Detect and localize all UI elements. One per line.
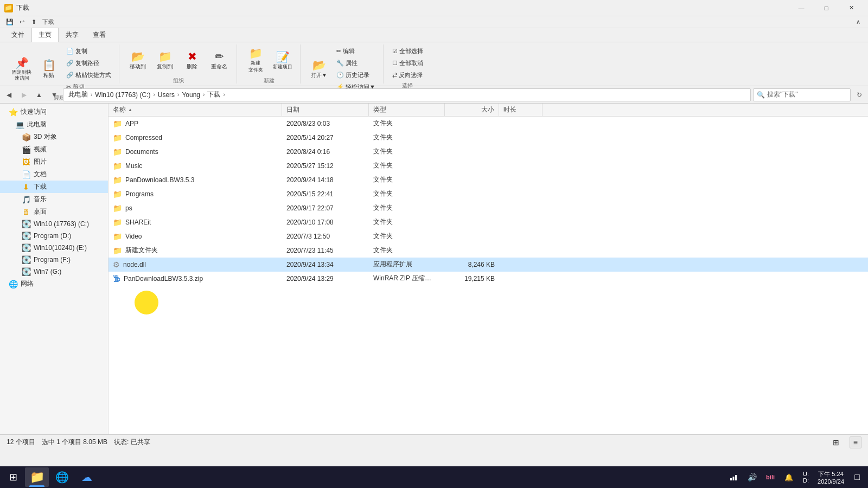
tray-bilibili[interactable]: bili [762,467,779,487]
up-button[interactable]: ▲ [33,88,46,101]
tray-volume-icon[interactable]: 🔊 [743,467,761,487]
sidebar-item-music[interactable]: 🎵 音乐 [0,193,108,206]
sidebar-item-3dobjects[interactable]: 📦 3D 对象 [0,131,108,143]
search-box[interactable]: 🔍 搜索"下载" [753,88,851,101]
cloud-icon: ☁ [81,471,92,484]
addressbar[interactable]: 此电脑 › Win10 (17763) (C:) › Users › Young… [63,88,751,101]
sidebar-item-pictures[interactable]: 🖼 图片 [0,156,108,168]
back-button[interactable]: ◀ [2,88,15,101]
view-icons-button[interactable]: ⊞ [829,436,843,448]
sidebar-item-e-drive[interactable]: 💽 Win10(10240) (E:) [0,242,108,254]
tab-view[interactable]: 查看 [86,28,113,42]
table-row[interactable]: 📁 Documents 2020/8/24 0:16 文件夹 [108,145,868,159]
delete-button[interactable]: ✖ 删除 [179,46,205,76]
g-drive-icon: 💽 [22,267,30,276]
tray-notification[interactable]: 🔔 [780,467,797,487]
sidebar-item-downloads[interactable]: ⬇ 下载 [0,181,108,193]
copy-path-button[interactable]: 🔗 复制路径 [63,57,114,69]
invert-selection-button[interactable]: ⇄ 反向选择 [389,69,426,81]
sidebar-item-network[interactable]: 🌐 网络 [0,278,108,290]
tray-network-icon[interactable] [725,467,742,487]
table-row[interactable]: 📁 Music 2020/5/27 15:12 文件夹 [108,159,868,173]
table-row[interactable]: 📁 APP 2020/8/23 0:03 文件夹 [108,117,868,131]
col-header-name[interactable]: 名称 ▲ [108,104,282,116]
sidebar-item-g-drive[interactable]: 💽 Win7 (G:) [0,266,108,278]
pin-to-quickaccess-button[interactable]: 📌 固定到快速访问 [9,54,35,85]
select-all-button[interactable]: ☑ 全部选择 [389,46,426,57]
table-row[interactable]: 📁 ps 2020/9/17 22:07 文件夹 [108,201,868,215]
tab-file[interactable]: 文件 [4,28,31,42]
minimize-button[interactable]: — [789,0,814,16]
breadcrumb-item-4[interactable]: Young [180,91,202,99]
breadcrumb-item-2[interactable]: Win10 (17763) (C:) [93,91,152,99]
tab-home[interactable]: 主页 [31,28,59,42]
col-header-duration[interactable]: 时长 [499,104,542,116]
start-button[interactable]: ⊞ [2,467,24,487]
taskbar-app-cloud[interactable]: ☁ [75,467,99,487]
organize-buttons: 📂 移动到 📁 复制到 ✖ 删除 ✏ 重命名 [125,46,232,76]
view-details-button[interactable]: ≡ [850,436,861,448]
tab-share[interactable]: 共享 [59,28,86,42]
new-folder-button[interactable]: 📁 新建文件夹 [242,46,269,76]
sidebar-item-c-drive[interactable]: 💽 Win10 (17763) (C:) [0,218,108,230]
taskbar-app-explorer[interactable]: 📁 [25,467,49,487]
refresh-button[interactable]: ↻ [853,88,866,101]
paste-button[interactable]: 📋 粘贴 [36,54,62,85]
table-row[interactable]: 📁 Compressed 2020/5/14 20:27 文件夹 [108,131,868,145]
cell-name: 📁 Programs [108,187,282,201]
close-button[interactable]: ✕ [839,0,864,16]
breadcrumb-item-3[interactable]: Users [156,91,176,99]
e-drive-icon: 💽 [22,243,30,252]
table-row[interactable]: 📁 SHAREit 2020/3/10 17:08 文件夹 [108,215,868,229]
maximize-button[interactable]: □ [814,0,839,16]
taskbar-time[interactable]: 下午 5:24 2020/9/24 [814,469,847,486]
history-button[interactable]: 🕐 历史记录 [333,69,379,81]
sidebar-item-d-drive[interactable]: 💽 Program (D:) [0,230,108,242]
sidebar-quickaccess-label: 快速访问 [21,107,47,117]
copy-to-button[interactable]: 📁 复制到 [152,46,178,76]
move-label: 移动到 [130,63,146,70]
taskbar-app-edge[interactable]: 🌐 [50,467,74,487]
sidebar-item-desktop[interactable]: 🖥 桌面 [0,206,108,218]
table-row[interactable]: 🗜 PanDownloadLBW3.5.3.zip 2020/9/24 13:2… [108,272,868,286]
titlebar-controls[interactable]: — □ ✕ [789,0,864,16]
move-to-button[interactable]: 📂 移动到 [125,46,151,76]
sidebar-pictures-label: 图片 [34,157,47,166]
forward-button[interactable]: ▶ [17,88,30,101]
sidebar-item-thispc[interactable]: 💻 此电脑 [0,118,108,131]
qa-up-button[interactable]: ⬆ [28,17,39,27]
edit-button[interactable]: ✏ 编辑 [333,46,379,57]
notification-center-button[interactable]: □ [848,467,866,487]
open-button[interactable]: 📂 打开▼ [306,54,332,85]
properties-button[interactable]: 🔧 属性 [333,57,379,69]
pictures-icon: 🖼 [22,158,30,166]
table-row[interactable]: 📁 新建文件夹 2020/7/23 11:45 文件夹 [108,243,868,258]
qa-save-button[interactable]: 💾 [4,17,15,27]
sidebar-item-quickaccess[interactable]: ⭐ 快速访问 [0,106,108,118]
tray-ud-label: U:D: [803,471,809,484]
sidebar-item-f-drive[interactable]: 💽 Program (F:) [0,254,108,266]
ribbon-toggle[interactable]: ∧ [853,17,864,27]
breadcrumb-sep-5: › [223,92,225,98]
rename-button[interactable]: ✏ 重命名 [206,46,232,76]
table-row[interactable]: 📁 Programs 2020/5/15 22:41 文件夹 [108,187,868,201]
deselect-all-button[interactable]: ☐ 全部取消 [389,57,426,69]
qa-undo-button[interactable]: ↩ [16,17,27,27]
copy-button[interactable]: 📄 复制 [63,46,114,57]
breadcrumb-item[interactable]: 此电脑 [67,89,90,100]
table-row[interactable]: ⚙ node.dll 2020/9/24 13:34 应用程序扩展 8,246 … [108,258,868,272]
recent-locations-button[interactable]: ▼ [48,88,61,101]
col-header-date[interactable]: 日期 [282,104,369,116]
new-item-button[interactable]: 📝 新建项目 [270,46,296,76]
table-row[interactable]: 📁 Video 2020/7/3 12:50 文件夹 [108,229,868,243]
table-row[interactable]: 📁 PanDownloadLBW3.5.3 2020/9/24 14:18 文件… [108,173,868,187]
file-name: Compressed [125,134,162,142]
rename-icon: ✏ [215,51,224,62]
sidebar-item-video[interactable]: 🎬 视频 [0,143,108,156]
paste-shortcut-button[interactable]: 🔗 粘贴快捷方式 [63,69,114,81]
open-icon: 📂 [312,60,326,70]
col-header-size[interactable]: 大小 [445,104,499,116]
breadcrumb-item-5[interactable]: 下载 [206,89,222,100]
sidebar-item-documents[interactable]: 📄 文档 [0,168,108,181]
col-header-type[interactable]: 类型 [369,104,445,116]
